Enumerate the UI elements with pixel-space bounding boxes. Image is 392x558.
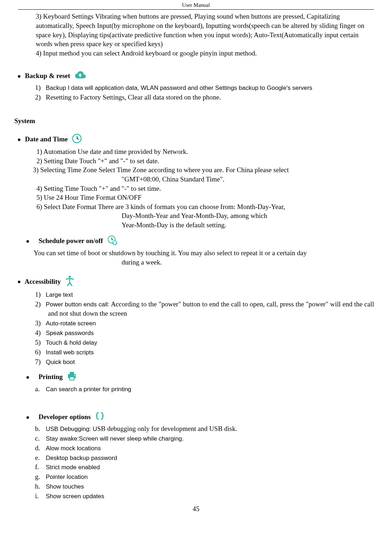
list-item: Touch & hold delay [35, 338, 374, 347]
list-item: Show touches [35, 482, 374, 491]
bullet-icon [26, 416, 29, 419]
clock-icon [72, 133, 82, 146]
bullet-icon [26, 376, 29, 379]
braces-icon [94, 412, 105, 423]
list-item: Alow mock locations [35, 443, 374, 453]
bullet-icon [18, 281, 20, 283]
bullet-icon [18, 75, 20, 78]
date-format-text-3: Year-Month-Day is the default setting. [36, 220, 374, 230]
schedule-desc-a: You can set time of boot or shutdown by … [18, 248, 374, 258]
list-item: Pointer location [35, 472, 374, 481]
list-item: Resetting to Factory Settings, Clear all… [35, 93, 374, 102]
date-time-title: Date and Time [25, 135, 68, 143]
date-time-body: 1) Automation Use date and time provided… [18, 147, 374, 230]
date-format-text-2: Day-Month-Year and Year-Month-Day, among… [36, 211, 374, 220]
list-item: Install web scripts [35, 348, 374, 357]
svg-point-3 [69, 276, 71, 278]
list-item: Quick boot [35, 357, 374, 367]
setting-date-text: 2) Setting Date Touch "+" and "-" to set… [36, 156, 374, 166]
list-item: USB Debugging: USB debugging only for de… [35, 424, 374, 433]
list-item: Stay awake:Screen will never sleep while… [35, 434, 374, 443]
power-clock-icon [107, 235, 118, 248]
schedule-title: Schedule power on/off [39, 237, 103, 244]
system-heading: System [14, 116, 374, 126]
printer-icon [67, 371, 77, 384]
printing-list: Can search a printer for printing [18, 384, 374, 394]
list-item: Backup I data will application data, WLA… [35, 83, 374, 92]
cloud-upload-icon [74, 71, 86, 82]
backup-list: Backup I data will application data, WLA… [18, 83, 374, 102]
list-item: Can search a printer for printing [35, 384, 374, 394]
developer-list: USB Debugging: USB debugging only for de… [18, 424, 374, 501]
backup-reset-title: Backup & reset [25, 72, 70, 79]
page-header: User Manual [18, 0, 374, 10]
date-format-text-1: 6) Select Date Format There are 3 kinds … [36, 202, 374, 212]
time-zone-text-2: "GMT+08:00, China Standard Time". [36, 175, 374, 184]
printing-title: Printing [39, 373, 63, 380]
time-zone-text: 3) Selecting Time Zone Select Time Zone … [33, 165, 374, 175]
accessibility-title: Accessibility [25, 277, 61, 285]
developer-options-title: Developer options [39, 413, 91, 421]
time-format-text: 5) Use 24 Hour Time Format ON/OFF [36, 193, 374, 202]
page-number: 45 [18, 504, 374, 514]
list-item: Large text [35, 290, 374, 299]
setting-time-text: 4) Setting Time Touch "+" and "-" to set… [36, 184, 374, 193]
schedule-desc-b: during a week. [18, 258, 374, 267]
accessibility-list: Large text Power button ends call: Accor… [18, 290, 374, 366]
list-item: Power button ends call: According to the… [35, 300, 374, 318]
list-item: Show screen updates [35, 491, 374, 501]
keyboard-settings-text: 3) Keyboard Settings Vibrating when butt… [18, 12, 374, 49]
svg-point-7 [74, 375, 75, 376]
list-item: Auto-rotate screen [35, 319, 374, 328]
input-method-text: 4) Input method you can select Android k… [18, 49, 374, 58]
automation-text: 1) Automation Use date and time provided… [36, 147, 374, 156]
svg-rect-6 [70, 377, 74, 380]
accessibility-icon [65, 275, 75, 290]
list-item: Desktop backup password [35, 453, 374, 462]
bullet-icon [18, 139, 20, 141]
svg-rect-4 [70, 372, 74, 374]
bullet-icon [26, 240, 29, 243]
list-item: Speak passwords [35, 328, 374, 338]
list-item: Strict mode enabled [35, 462, 374, 472]
